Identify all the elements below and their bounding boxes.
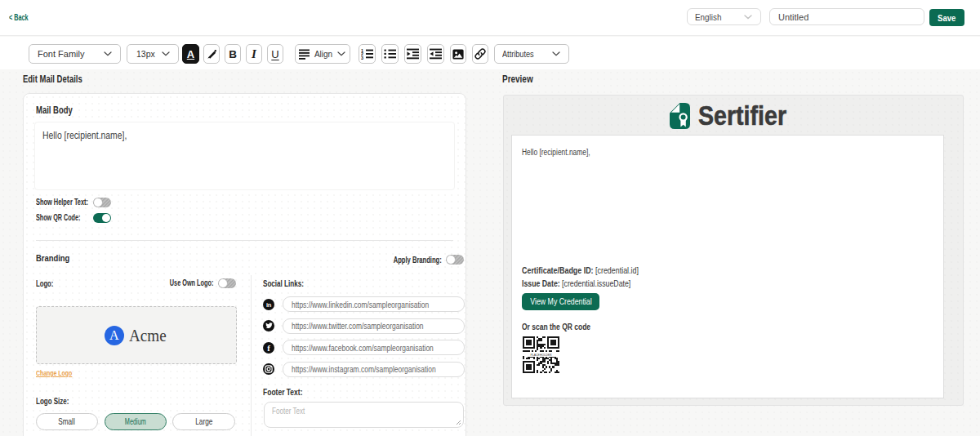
svg-text:3: 3 xyxy=(361,56,363,60)
svg-text:PLACEHOLDER: PLACEHOLDER xyxy=(530,354,552,357)
